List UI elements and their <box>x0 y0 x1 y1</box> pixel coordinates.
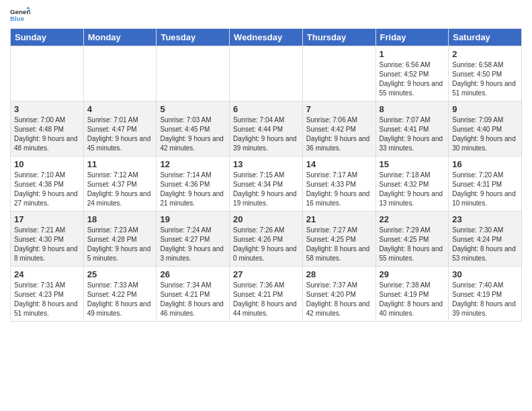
day-info: Sunrise: 7:27 AMSunset: 4:25 PMDaylight:… <box>306 226 372 263</box>
day-number: 25 <box>87 269 153 279</box>
calendar-cell: 20Sunrise: 7:26 AMSunset: 4:26 PMDayligh… <box>230 212 303 267</box>
calendar-cell: 8Sunrise: 7:07 AMSunset: 4:41 PMDaylight… <box>375 101 449 156</box>
calendar-header-row: SundayMondayTuesdayWednesdayThursdayFrid… <box>11 29 522 46</box>
day-info: Sunrise: 7:07 AMSunset: 4:41 PMDaylight:… <box>380 116 445 153</box>
day-info: Sunrise: 6:58 AMSunset: 4:50 PMDaylight:… <box>452 60 518 98</box>
day-info: Sunrise: 7:15 AMSunset: 4:34 PMDaylight:… <box>233 171 299 208</box>
header: General Blue <box>10 7 522 23</box>
calendar-cell: 17Sunrise: 7:21 AMSunset: 4:30 PMDayligh… <box>11 212 84 267</box>
day-number: 3 <box>14 104 80 114</box>
day-number: 18 <box>87 214 153 224</box>
day-number: 27 <box>233 269 299 279</box>
svg-text:Blue: Blue <box>10 15 25 22</box>
day-number: 30 <box>452 269 518 279</box>
day-number: 4 <box>87 104 153 114</box>
day-info: Sunrise: 7:23 AMSunset: 4:28 PMDaylight:… <box>87 226 153 263</box>
calendar-cell: 12Sunrise: 7:14 AMSunset: 4:36 PMDayligh… <box>157 156 230 212</box>
svg-text:General: General <box>10 8 30 15</box>
calendar-cell: 4Sunrise: 7:01 AMSunset: 4:47 PMDaylight… <box>83 101 157 156</box>
day-number: 21 <box>306 214 372 224</box>
day-info: Sunrise: 7:14 AMSunset: 4:36 PMDaylight:… <box>160 171 226 208</box>
day-number: 5 <box>160 104 226 114</box>
column-header-tuesday: Tuesday <box>157 29 230 46</box>
day-info: Sunrise: 7:03 AMSunset: 4:45 PMDaylight:… <box>160 116 226 153</box>
day-number: 23 <box>452 214 518 224</box>
day-info: Sunrise: 6:56 AMSunset: 4:52 PMDaylight:… <box>380 60 445 98</box>
generalblue-logo-icon: General Blue <box>10 7 30 23</box>
calendar-cell: 6Sunrise: 7:04 AMSunset: 4:44 PMDaylight… <box>230 101 303 156</box>
day-number: 13 <box>233 159 299 169</box>
calendar-week-row: 24Sunrise: 7:31 AMSunset: 4:23 PMDayligh… <box>11 267 522 322</box>
calendar-cell: 19Sunrise: 7:24 AMSunset: 4:27 PMDayligh… <box>157 212 230 267</box>
calendar-cell: 30Sunrise: 7:40 AMSunset: 4:19 PMDayligh… <box>449 267 522 322</box>
day-info: Sunrise: 7:40 AMSunset: 4:19 PMDaylight:… <box>452 281 518 318</box>
calendar-cell: 10Sunrise: 7:10 AMSunset: 4:38 PMDayligh… <box>11 156 84 212</box>
column-header-thursday: Thursday <box>302 29 375 46</box>
calendar-cell <box>83 46 157 101</box>
day-info: Sunrise: 7:24 AMSunset: 4:27 PMDaylight:… <box>160 226 226 263</box>
day-info: Sunrise: 7:17 AMSunset: 4:33 PMDaylight:… <box>306 171 372 208</box>
day-info: Sunrise: 7:26 AMSunset: 4:26 PMDaylight:… <box>233 226 299 263</box>
day-number: 1 <box>380 49 445 59</box>
day-number: 8 <box>380 104 445 114</box>
calendar-cell: 23Sunrise: 7:30 AMSunset: 4:24 PMDayligh… <box>449 212 522 267</box>
calendar-cell: 1Sunrise: 6:56 AMSunset: 4:52 PMDaylight… <box>375 46 449 101</box>
day-info: Sunrise: 7:21 AMSunset: 4:30 PMDaylight:… <box>14 226 80 263</box>
calendar-cell <box>302 46 375 101</box>
day-info: Sunrise: 7:30 AMSunset: 4:24 PMDaylight:… <box>452 226 518 263</box>
calendar-cell: 9Sunrise: 7:09 AMSunset: 4:40 PMDaylight… <box>449 101 522 156</box>
calendar-cell: 14Sunrise: 7:17 AMSunset: 4:33 PMDayligh… <box>302 156 375 212</box>
day-info: Sunrise: 7:10 AMSunset: 4:38 PMDaylight:… <box>14 171 80 208</box>
day-number: 14 <box>306 159 372 169</box>
day-info: Sunrise: 7:09 AMSunset: 4:40 PMDaylight:… <box>452 116 518 153</box>
day-number: 10 <box>14 159 80 169</box>
day-info: Sunrise: 7:12 AMSunset: 4:37 PMDaylight:… <box>87 171 153 208</box>
calendar-cell: 7Sunrise: 7:06 AMSunset: 4:42 PMDaylight… <box>302 101 375 156</box>
column-header-friday: Friday <box>375 29 449 46</box>
day-number: 26 <box>160 269 226 279</box>
calendar-cell: 21Sunrise: 7:27 AMSunset: 4:25 PMDayligh… <box>302 212 375 267</box>
day-number: 9 <box>452 104 518 114</box>
calendar-cell: 27Sunrise: 7:36 AMSunset: 4:21 PMDayligh… <box>230 267 303 322</box>
column-header-sunday: Sunday <box>11 29 84 46</box>
day-number: 11 <box>87 159 153 169</box>
day-info: Sunrise: 7:20 AMSunset: 4:31 PMDaylight:… <box>452 171 518 208</box>
calendar-week-row: 17Sunrise: 7:21 AMSunset: 4:30 PMDayligh… <box>11 212 522 267</box>
day-info: Sunrise: 7:33 AMSunset: 4:22 PMDaylight:… <box>87 281 153 318</box>
day-number: 6 <box>233 104 299 114</box>
day-number: 12 <box>160 159 226 169</box>
column-header-monday: Monday <box>83 29 157 46</box>
day-info: Sunrise: 7:38 AMSunset: 4:19 PMDaylight:… <box>380 281 445 318</box>
calendar-cell <box>230 46 303 101</box>
calendar-cell: 22Sunrise: 7:29 AMSunset: 4:25 PMDayligh… <box>375 212 449 267</box>
day-info: Sunrise: 7:36 AMSunset: 4:21 PMDaylight:… <box>233 281 299 318</box>
day-number: 15 <box>380 159 445 169</box>
calendar-cell: 28Sunrise: 7:37 AMSunset: 4:20 PMDayligh… <box>302 267 375 322</box>
calendar-cell <box>11 46 84 101</box>
day-number: 24 <box>14 269 80 279</box>
day-number: 19 <box>160 214 226 224</box>
calendar-cell: 29Sunrise: 7:38 AMSunset: 4:19 PMDayligh… <box>375 267 449 322</box>
day-number: 2 <box>452 49 518 59</box>
column-header-wednesday: Wednesday <box>230 29 303 46</box>
day-number: 20 <box>233 214 299 224</box>
calendar-cell: 3Sunrise: 7:00 AMSunset: 4:48 PMDaylight… <box>11 101 84 156</box>
calendar-cell: 2Sunrise: 6:58 AMSunset: 4:50 PMDaylight… <box>449 46 522 101</box>
day-info: Sunrise: 7:00 AMSunset: 4:48 PMDaylight:… <box>14 116 80 153</box>
calendar-cell: 16Sunrise: 7:20 AMSunset: 4:31 PMDayligh… <box>449 156 522 212</box>
calendar-cell <box>157 46 230 101</box>
day-info: Sunrise: 7:01 AMSunset: 4:47 PMDaylight:… <box>87 116 153 153</box>
day-number: 29 <box>380 269 445 279</box>
day-number: 22 <box>380 214 445 224</box>
day-number: 28 <box>306 269 372 279</box>
day-info: Sunrise: 7:34 AMSunset: 4:21 PMDaylight:… <box>160 281 226 318</box>
day-info: Sunrise: 7:37 AMSunset: 4:20 PMDaylight:… <box>306 281 372 318</box>
day-number: 17 <box>14 214 80 224</box>
day-info: Sunrise: 7:18 AMSunset: 4:32 PMDaylight:… <box>380 171 445 208</box>
day-info: Sunrise: 7:04 AMSunset: 4:44 PMDaylight:… <box>233 116 299 153</box>
calendar-cell: 24Sunrise: 7:31 AMSunset: 4:23 PMDayligh… <box>11 267 84 322</box>
logo: General Blue <box>10 7 30 23</box>
calendar-cell: 26Sunrise: 7:34 AMSunset: 4:21 PMDayligh… <box>157 267 230 322</box>
day-info: Sunrise: 7:31 AMSunset: 4:23 PMDaylight:… <box>14 281 80 318</box>
calendar-cell: 15Sunrise: 7:18 AMSunset: 4:32 PMDayligh… <box>375 156 449 212</box>
